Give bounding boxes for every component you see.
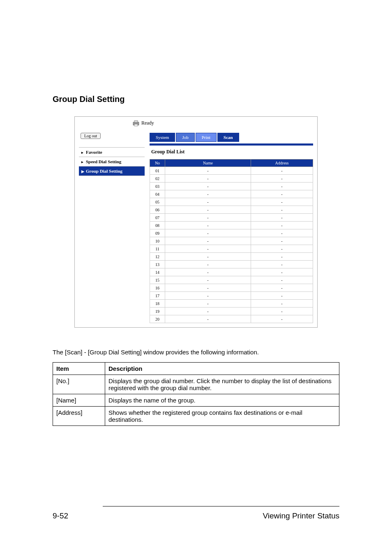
cell-no[interactable]: 17 xyxy=(150,292,165,300)
tab-system[interactable]: System xyxy=(150,133,175,142)
sidebar-item-group-dial[interactable]: ▶Group Dial Setting xyxy=(79,166,145,176)
cell-no[interactable]: 09 xyxy=(150,229,165,237)
cell-name: - xyxy=(165,276,251,284)
col-header-no: No xyxy=(150,160,165,167)
cell-address: - xyxy=(251,268,313,276)
cell-name: - xyxy=(165,175,251,183)
tab-print[interactable]: Print xyxy=(196,133,217,142)
cell-name: - xyxy=(165,292,251,300)
cell-name: - xyxy=(165,167,251,175)
col-header-address: Address xyxy=(251,160,313,167)
pane-title: Group Dial List xyxy=(151,149,313,155)
table-row: 03-- xyxy=(150,183,313,190)
cell-address: - xyxy=(251,167,313,175)
table-row: 18-- xyxy=(150,300,313,308)
cell-name: - xyxy=(165,222,251,229)
info-row: [Address]Shows whether the registered gr… xyxy=(53,407,339,426)
tab-job[interactable]: Job xyxy=(176,133,194,142)
table-row: 19-- xyxy=(150,308,313,315)
cell-no[interactable]: 19 xyxy=(150,308,165,315)
cell-address: - xyxy=(251,284,313,292)
description-intro: The [Scan] - [Group Dial Setting] window… xyxy=(53,348,339,356)
table-row: 02-- xyxy=(150,175,313,183)
group-dial-table: No Name Address 01--02--03--04--05--06--… xyxy=(150,159,313,323)
printer-icon xyxy=(132,120,140,126)
cell-name: - xyxy=(165,261,251,268)
cell-no[interactable]: 15 xyxy=(150,276,165,284)
cell-address: - xyxy=(251,245,313,253)
cell-address: - xyxy=(251,253,313,261)
cell-name: - xyxy=(165,229,251,237)
section-title: Group Dial Setting xyxy=(53,95,339,104)
cell-no[interactable]: 14 xyxy=(150,268,165,276)
cell-no[interactable]: 03 xyxy=(150,183,165,190)
cell-name: - xyxy=(165,253,251,261)
table-row: 08-- xyxy=(150,222,313,229)
footer-rule xyxy=(103,506,339,506)
cell-name: - xyxy=(165,315,251,323)
info-header-item: Item xyxy=(53,363,105,375)
tab-underline xyxy=(150,143,313,146)
sidebar-item-favorite[interactable]: ▸Favorite xyxy=(79,148,145,157)
cell-no[interactable]: 01 xyxy=(150,167,165,175)
cell-name: - xyxy=(165,190,251,198)
table-row: 20-- xyxy=(150,315,313,323)
cell-name: - xyxy=(165,284,251,292)
cell-name: - xyxy=(165,300,251,308)
table-row: 09-- xyxy=(150,229,313,237)
cell-no[interactable]: 11 xyxy=(150,245,165,253)
cell-address: - xyxy=(251,276,313,284)
chevron-right-icon: ▸ xyxy=(81,160,85,164)
cell-address: - xyxy=(251,261,313,268)
chevron-right-icon: ▶ xyxy=(81,169,85,173)
cell-no[interactable]: 04 xyxy=(150,190,165,198)
cell-no[interactable]: 06 xyxy=(150,206,165,214)
cell-no[interactable]: 07 xyxy=(150,214,165,222)
table-row: 10-- xyxy=(150,237,313,245)
sidebar-item-label: Group Dial Setting xyxy=(86,169,122,173)
cell-name: - xyxy=(165,237,251,245)
cell-address: - xyxy=(251,222,313,229)
cell-no[interactable]: 18 xyxy=(150,300,165,308)
info-item: [No.] xyxy=(53,375,105,394)
info-desc: Displays the name of the group. xyxy=(105,394,339,407)
info-header-desc: Description xyxy=(105,363,339,375)
cell-name: - xyxy=(165,214,251,222)
info-row: [No.]Displays the group dial number. Cli… xyxy=(53,375,339,394)
cell-no[interactable]: 20 xyxy=(150,315,165,323)
chevron-right-icon: ▸ xyxy=(81,150,85,155)
sidebar-item-speed-dial[interactable]: ▸Speed Dial Setting xyxy=(79,157,145,166)
cell-no[interactable]: 08 xyxy=(150,222,165,229)
cell-no[interactable]: 13 xyxy=(150,261,165,268)
svg-rect-1 xyxy=(134,120,138,122)
cell-no[interactable]: 16 xyxy=(150,284,165,292)
cell-no[interactable]: 05 xyxy=(150,198,165,206)
cell-address: - xyxy=(251,229,313,237)
table-row: 15-- xyxy=(150,276,313,284)
table-row: 17-- xyxy=(150,292,313,300)
info-desc: Shows whether the registered group conta… xyxy=(105,407,339,426)
svg-rect-2 xyxy=(134,124,138,126)
tab-scan[interactable]: Scan xyxy=(217,133,239,142)
description-table: Item Description [No.]Displays the group… xyxy=(53,362,339,426)
cell-address: - xyxy=(251,214,313,222)
cell-name: - xyxy=(165,206,251,214)
cell-address: - xyxy=(251,190,313,198)
tab-bar: System Job Print Scan xyxy=(150,133,313,142)
cell-address: - xyxy=(251,237,313,245)
footer-title: Viewing Printer Status xyxy=(263,511,339,520)
cell-address: - xyxy=(251,183,313,190)
table-row: 07-- xyxy=(150,214,313,222)
cell-no[interactable]: 10 xyxy=(150,237,165,245)
cell-no[interactable]: 12 xyxy=(150,253,165,261)
cell-no[interactable]: 02 xyxy=(150,175,165,183)
table-row: 04-- xyxy=(150,190,313,198)
table-row: 01-- xyxy=(150,167,313,175)
logout-button[interactable]: Log out xyxy=(81,133,101,139)
cell-name: - xyxy=(165,268,251,276)
table-row: 05-- xyxy=(150,198,313,206)
cell-name: - xyxy=(165,198,251,206)
cell-address: - xyxy=(251,206,313,214)
cell-address: - xyxy=(251,292,313,300)
info-item: [Address] xyxy=(53,407,105,426)
